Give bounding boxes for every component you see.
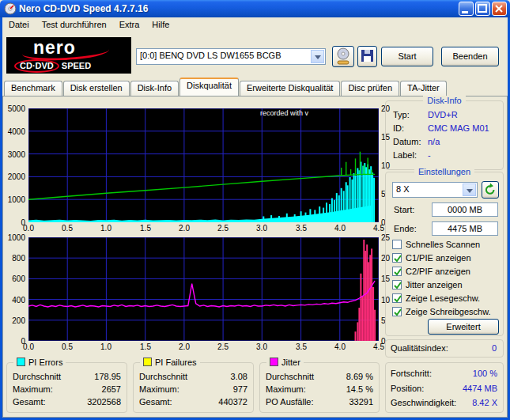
save-button[interactable]	[357, 46, 377, 67]
disk-type-label: Typ:	[393, 110, 410, 119]
jitter-swatch	[270, 358, 278, 366]
title-bar[interactable]: Nero CD-DVD Speed 4.7.7.16	[0, 0, 510, 17]
tab-benchmark[interactable]: Benchmark	[4, 81, 62, 96]
eject-button[interactable]	[332, 46, 354, 67]
checkbox-label: C1/PIE anzeigen	[406, 253, 471, 263]
minimize-button[interactable]	[459, 2, 474, 16]
menu-test-durchfuehren[interactable]: Test durchführen	[36, 17, 113, 32]
tab-diskqualitaet[interactable]: Diskqualität	[179, 78, 239, 96]
tab-strip: Benchmark Disk erstellen Disk-Info Diskq…	[4, 78, 448, 96]
menu-hilfe[interactable]: Hilfe	[145, 17, 176, 32]
check-icon	[395, 282, 401, 288]
disk-type-value: DVD+R	[428, 110, 458, 119]
checkbox-label: Zeige Lesegeschw.	[406, 293, 480, 303]
disk-info-title: Disk-Info	[423, 96, 465, 105]
checkbox-box	[392, 293, 402, 303]
stat-value: 3.08	[190, 372, 247, 381]
refresh-icon	[482, 182, 498, 198]
logo-product-left: CD·DVD	[14, 59, 59, 73]
jitter-stats-title: Jitter	[281, 358, 300, 367]
quit-button[interactable]: Beenden	[441, 47, 499, 66]
checkbox-box	[392, 240, 402, 249]
stat-value: 3202568	[63, 397, 121, 407]
nero-logo: nero CD·DVD SPEED	[6, 37, 131, 74]
stat-label: Gesamt:	[13, 397, 46, 407]
stat-value: 178.95	[63, 372, 121, 381]
drive-select[interactable]: [0:0] BENQ DVD LS DW1655 BCGB	[136, 48, 326, 65]
stat-label: Maximum:	[13, 384, 53, 394]
stat-value: 977	[190, 384, 247, 394]
drive-select-arrow[interactable]	[311, 50, 324, 63]
pi-errors-swatch	[17, 358, 25, 366]
checkbox-label: Zeige Schreibgeschw.	[406, 307, 491, 316]
disk-label-label: Label:	[393, 150, 417, 160]
stat-value: 33291	[315, 397, 373, 407]
pi-failures-stats-title: PI Failures	[155, 358, 197, 367]
stat-label: Gesamt:	[139, 397, 172, 407]
tab-disc-pruefen[interactable]: Disc prüfen	[341, 81, 399, 96]
tab-ta-jitter[interactable]: TA-Jitter	[400, 81, 447, 96]
menu-extra[interactable]: Extra	[113, 17, 146, 32]
floppy-save-icon	[358, 47, 376, 66]
refresh-button[interactable]	[482, 181, 499, 199]
speed-select-value: 8 X	[396, 184, 410, 194]
pi-errors-stats-title: PI Errors	[28, 358, 62, 367]
disk-id-label: ID:	[393, 123, 404, 133]
quality-index-value: 0	[443, 343, 497, 353]
stat-value: 2657	[63, 384, 121, 394]
speed-select[interactable]: 8 X	[392, 182, 478, 198]
checkbox-label: Schnelles Scannen	[406, 240, 480, 249]
stat-label: Durchschnitt	[13, 372, 61, 381]
start-mb-label: Start:	[394, 205, 414, 214]
checkbox-label: Jitter anzeigen	[406, 280, 463, 289]
position-label: Position:	[391, 384, 424, 393]
checkbox-box	[392, 280, 402, 289]
check-icon	[395, 296, 401, 301]
end-mb-field[interactable]: 4475 MB	[432, 221, 498, 236]
menu-datei[interactable]: Datei	[2, 17, 36, 32]
stat-value: 14.5 %	[315, 384, 373, 394]
progress-label: Fortschritt:	[391, 369, 432, 378]
check-icon	[395, 309, 401, 315]
disk-date-label: Datum:	[393, 137, 421, 146]
app-icon	[4, 2, 17, 15]
stat-value: 440372	[190, 397, 247, 407]
logo-product-text: CD·DVD SPEED	[14, 61, 91, 70]
speed-select-arrow[interactable]	[463, 184, 476, 196]
quality-index-label: Qualitätsindex:	[391, 343, 448, 353]
logo-brand-text: nero	[33, 37, 76, 59]
end-mb-label: Ende:	[394, 224, 417, 233]
chevron-down-icon	[467, 189, 473, 193]
tab-erweiterte-diskqualitaet[interactable]: Erweiterte Diskqualität	[240, 81, 340, 96]
start-mb-field[interactable]: 0000 MB	[432, 202, 498, 217]
checkbox-box	[392, 307, 402, 316]
check-icon	[395, 255, 401, 261]
stat-label: Durchschnitt	[266, 372, 314, 381]
stat-label: Maximum:	[139, 384, 179, 394]
disc-eject-icon	[333, 47, 353, 66]
advanced-button[interactable]: Erweitert	[428, 319, 499, 335]
maximize-button[interactable]	[475, 2, 490, 16]
stat-value: 8.69 %	[315, 372, 373, 381]
pi-failures-swatch	[143, 358, 152, 366]
tab-disk-erstellen[interactable]: Disk erstellen	[63, 81, 130, 96]
speed-value: 8.42 X	[434, 398, 497, 407]
progress-value: 100 %	[434, 369, 497, 378]
chevron-down-icon	[315, 55, 321, 59]
checkbox-box	[392, 267, 402, 276]
stat-label: Maximum:	[266, 384, 306, 394]
app-window: Nero CD-DVD Speed 4.7.7.16 Datei Test du…	[0, 0, 510, 420]
window-title: Nero CD-DVD Speed 4.7.7.16	[19, 3, 148, 14]
disk-label-value: -	[428, 150, 431, 160]
menu-bar: Datei Test durchführen Extra Hilfe	[2, 17, 508, 32]
position-value: 4474 MB	[434, 384, 497, 393]
settings-title: Einstellungen	[414, 167, 474, 176]
stat-label: PO Ausfälle:	[266, 397, 314, 407]
close-button[interactable]	[492, 2, 507, 16]
check-icon	[395, 269, 401, 274]
start-button[interactable]: Start	[381, 47, 433, 66]
tab-disk-info[interactable]: Disk-Info	[130, 81, 179, 96]
checkbox-label: C2/PIF anzeigen	[406, 267, 470, 276]
disk-date-value: n/a	[428, 137, 440, 146]
stat-label: Durchschnitt	[139, 372, 187, 381]
